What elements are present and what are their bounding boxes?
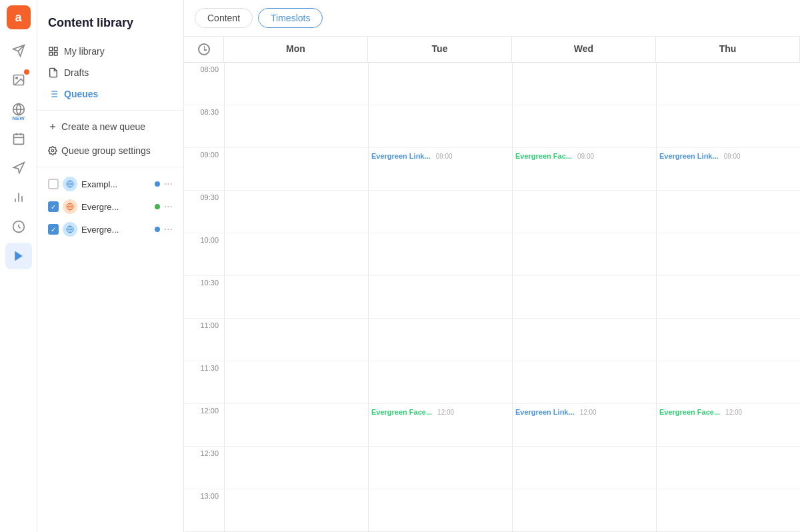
nav-calendar[interactable] <box>5 125 32 152</box>
nav-paper-plane[interactable] <box>5 37 32 64</box>
calendar-header-thu: Thu <box>656 37 800 62</box>
time-label-2: 09:00 <box>184 148 224 191</box>
day-slot-3-1[interactable] <box>657 105 800 148</box>
queue-item-2[interactable]: ✓ Evergre... ··· <box>37 195 183 218</box>
nav-content-library[interactable] <box>5 243 32 269</box>
event-chip[interactable]: Evergreen Face...12:00 <box>659 407 742 417</box>
day-slot-3-8[interactable]: Evergreen Face...12:00 <box>657 404 800 447</box>
time-column: 08:0008:3009:0009:3010:0010:3011:0011:30… <box>184 63 224 532</box>
svg-rect-6 <box>13 134 23 144</box>
day-slot-0-1[interactable] <box>225 105 368 148</box>
event-chip[interactable]: Evergreen Fac...09:00 <box>515 151 594 161</box>
time-label-8: 12:00 <box>184 404 224 447</box>
event-chip[interactable]: Evergreen Link...09:00 <box>371 151 453 161</box>
day-slot-1-7[interactable] <box>369 361 512 404</box>
day-slot-0-6[interactable] <box>225 319 368 361</box>
queue-more-1[interactable]: ··· <box>164 178 173 190</box>
queue-item-3[interactable]: ✓ Evergre... ··· <box>37 218 183 241</box>
day-slot-3-7[interactable] <box>657 361 800 404</box>
day-slot-1-2[interactable]: Evergreen Link...09:00 <box>369 148 512 191</box>
day-col-tue: Evergreen Link...09:00Evergreen Face...1… <box>368 63 512 532</box>
day-slot-0-8[interactable] <box>225 404 368 447</box>
day-slot-2-5[interactable] <box>513 276 656 319</box>
create-queue-button[interactable]: Create a new queue <box>37 116 183 137</box>
day-slot-3-5[interactable] <box>657 276 800 319</box>
sidebar-item-queues[interactable]: Queues <box>37 83 183 105</box>
day-slot-0-10[interactable] <box>225 489 368 532</box>
day-slot-0-5[interactable] <box>225 276 368 319</box>
queue-status-dot-1 <box>155 181 160 187</box>
day-slot-3-4[interactable] <box>657 233 800 276</box>
queue-checkbox-2[interactable]: ✓ <box>48 201 59 212</box>
new-badge: NEW <box>12 115 25 121</box>
queue-more-3[interactable]: ··· <box>164 223 173 235</box>
nav-megaphone[interactable] <box>5 155 32 181</box>
day-slot-1-5[interactable] <box>369 276 512 319</box>
day-slot-0-3[interactable] <box>225 191 368 233</box>
day-slot-2-4[interactable] <box>513 233 656 276</box>
time-label-3: 09:30 <box>184 191 224 233</box>
calendar-header-tue: Tue <box>368 37 512 62</box>
day-slot-1-8[interactable]: Evergreen Face...12:00 <box>369 404 512 447</box>
day-slot-0-4[interactable] <box>225 233 368 276</box>
sidebar-item-my-library[interactable]: My library <box>37 41 183 62</box>
day-slot-3-9[interactable] <box>657 447 800 489</box>
event-chip[interactable]: Evergreen Face...12:00 <box>371 407 454 417</box>
queue-item-1[interactable]: Exampl... ··· <box>37 173 183 195</box>
day-slot-1-0[interactable] <box>369 63 512 105</box>
day-slot-2-6[interactable] <box>513 319 656 361</box>
day-slot-2-7[interactable] <box>513 361 656 404</box>
queue-settings-button[interactable]: Queue group settings <box>37 140 183 161</box>
day-slot-1-3[interactable] <box>369 191 512 233</box>
day-slot-1-10[interactable] <box>369 489 512 532</box>
sidebar-item-drafts[interactable]: Drafts <box>37 62 183 83</box>
time-label-5: 10:30 <box>184 276 224 319</box>
day-slot-2-8[interactable]: Evergreen Link...12:00 <box>513 404 656 447</box>
day-slot-1-1[interactable] <box>369 105 512 148</box>
calendar-clock-header <box>184 37 224 62</box>
icon-bar: a NEW <box>0 0 37 532</box>
nav-analytics[interactable] <box>5 184 32 211</box>
nav-globe[interactable]: NEW <box>5 96 32 123</box>
svg-rect-18 <box>49 52 53 55</box>
queue-more-2[interactable]: ··· <box>164 201 173 213</box>
calendar-header-mon: Mon <box>224 37 368 62</box>
time-label-0: 08:00 <box>184 63 224 105</box>
day-slot-0-0[interactable] <box>225 63 368 105</box>
day-slot-1-4[interactable] <box>369 233 512 276</box>
time-label-4: 10:00 <box>184 233 224 276</box>
queue-icon-2 <box>63 199 77 214</box>
day-slot-1-6[interactable] <box>369 319 512 361</box>
day-slot-0-7[interactable] <box>225 361 368 404</box>
day-col-thu: Evergreen Link...09:00Evergreen Face...1… <box>656 63 800 532</box>
svg-marker-14 <box>15 251 23 261</box>
day-slot-1-9[interactable] <box>369 447 512 489</box>
tab-timeslots[interactable]: Timeslots <box>258 8 323 28</box>
event-chip[interactable]: Evergreen Link...09:00 <box>659 151 741 161</box>
day-slot-3-0[interactable] <box>657 63 800 105</box>
day-slot-0-9[interactable] <box>225 447 368 489</box>
day-slot-3-6[interactable] <box>657 319 800 361</box>
calendar-area: Mon Tue Wed Thu 08:0008:3009:0009:3010:0… <box>184 37 800 532</box>
svg-point-3 <box>15 77 17 79</box>
event-chip[interactable]: Evergreen Link...12:00 <box>515 407 597 417</box>
day-slot-2-1[interactable] <box>513 105 656 148</box>
drafts-icon <box>48 67 59 78</box>
queue-checkbox-1[interactable] <box>48 179 59 189</box>
day-slot-2-9[interactable] <box>513 447 656 489</box>
day-slot-2-10[interactable] <box>513 489 656 532</box>
queue-status-dot-2 <box>155 204 160 209</box>
day-slot-2-2[interactable]: Evergreen Fac...09:00 <box>513 148 656 191</box>
day-slot-0-2[interactable] <box>225 148 368 191</box>
day-slot-2-0[interactable] <box>513 63 656 105</box>
nav-image[interactable] <box>5 67 32 93</box>
queue-checkbox-3[interactable]: ✓ <box>48 224 59 235</box>
day-slot-3-3[interactable] <box>657 191 800 233</box>
day-slot-2-3[interactable] <box>513 191 656 233</box>
day-slot-3-2[interactable]: Evergreen Link...09:00 <box>657 148 800 191</box>
nav-dashboard[interactable] <box>5 213 32 240</box>
tab-content[interactable]: Content <box>195 8 253 28</box>
day-slot-3-10[interactable] <box>657 489 800 532</box>
time-label-9: 12:30 <box>184 447 224 489</box>
app-logo[interactable]: a <box>7 5 31 29</box>
